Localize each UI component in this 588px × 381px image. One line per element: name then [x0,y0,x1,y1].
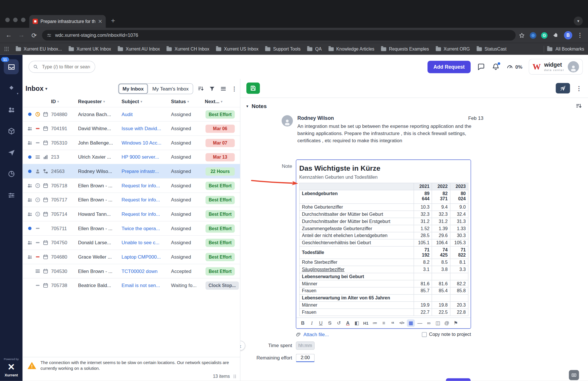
bookmark-folder[interactable]: StatusCast [473,45,510,53]
tab-my-inbox[interactable]: My Inbox [118,84,148,94]
table-row[interactable]: 704880Arizona Bach...AuditAssignedBest E… [22,107,240,121]
row-subject-link[interactable]: TCT00002 down [121,268,171,274]
table-row[interactable]: 704191David Whitne...Issue with David...… [22,121,240,136]
strikethrough-button[interactable]: S [326,319,334,327]
bookmark-folder[interactable]: Xurrent AU Inbox [114,45,163,53]
forward-button[interactable]: → [16,30,26,40]
row-subject-link[interactable]: HP 9000 server... [121,154,171,160]
notes-sort-icon[interactable] [576,103,582,109]
link-button[interactable]: ∞ [425,319,433,327]
row-subject-link[interactable]: Unable to see c... [121,240,171,246]
blockquote-button[interactable]: “ [389,319,396,327]
all-bookmarks[interactable]: All Bookmarks [544,46,584,53]
add-request-button[interactable]: Add Request [428,61,471,73]
bookmark-button[interactable]: ⚑ [452,319,460,327]
tab-close-icon[interactable]: ✕ [98,18,102,24]
horizontal-rule-button[interactable]: — [416,319,423,327]
note-author-avatar[interactable] [282,115,293,126]
site-settings-icon[interactable] [47,33,52,38]
chat-button[interactable] [477,63,486,71]
row-subject-link[interactable]: Request for info... [121,197,171,203]
underline-button[interactable]: U [317,319,325,327]
sort-icon[interactable] [198,86,204,92]
sidebar-item-analytics[interactable] [4,166,19,181]
highlight-button[interactable]: ◧ [353,319,361,327]
table-row[interactable]: 705718Ellen Brown - ...Request for info.… [22,178,240,193]
attach-file-link[interactable]: Attach file... [296,332,329,337]
bookmark-folder[interactable]: Xurrent US Inbox [213,45,262,53]
table-row[interactable]: 213Ulrich Xavier ...HP 9000 server...Ass… [22,150,240,164]
column-header[interactable]: ID▾ [51,99,78,105]
note-editor-body[interactable]: Das Wichtigste in Kürze Kennzahlen Gebur… [296,160,471,318]
reload-button[interactable]: ⟳ [29,30,39,40]
notes-section-header[interactable]: ▼ Notes [240,98,588,111]
bookmark-folder[interactable]: Xurrent CH Inbox [163,45,213,53]
detail-more-icon[interactable]: ⋮ [576,85,582,92]
time-spent-input[interactable]: hh:mm [296,341,315,350]
text-color-button[interactable]: A [344,319,352,327]
completion-gauge[interactable]: 0% [506,63,522,70]
ordered-list-button[interactable]: ≔ [371,319,379,327]
bookmark-folder[interactable]: Xurrent EU Inbox... [12,45,65,53]
browser-menu-icon[interactable]: ⋮ [577,32,583,39]
bookmark-star-icon[interactable] [519,32,525,39]
drag-handle-icon[interactable] [233,374,237,379]
row-subject-link[interactable]: Request for info... [121,183,171,188]
bold-button[interactable]: B [299,319,307,327]
inbox-title[interactable]: Inbox ▾ [26,85,47,93]
table-row[interactable]: 705714Howard Tann...Request for info...A… [22,207,240,221]
sidebar-item-inbox[interactable]: 11 [4,59,19,74]
apps-grid-icon[interactable] [4,46,9,52]
code-button[interactable]: </> [398,319,406,327]
image-button[interactable]: ◫ [434,319,442,327]
mention-button[interactable]: @ [443,319,451,327]
table-row[interactable]: 704530Ellen Brown - ...TCT00002 downAcce… [22,264,240,278]
table-row[interactable]: 704750Donald Larse...Unable to see c...A… [22,235,240,250]
account-brand-card[interactable]: W widget data center [529,59,583,75]
row-subject-link[interactable]: Windows 10 Acc... [121,140,171,146]
window-minimize-button[interactable] [13,18,18,22]
search-input[interactable] [41,64,91,70]
bookmark-folder[interactable]: Knowledge Articles [325,45,378,53]
send-disabled-button[interactable] [556,83,570,94]
tab-my-teams-inbox[interactable]: My Team's Inbox [148,84,193,94]
save-button[interactable] [246,82,260,94]
window-zoom-button[interactable] [21,18,26,22]
heading-button[interactable]: H1 [362,319,370,327]
extension-icon-blue[interactable] [530,32,536,39]
column-header[interactable]: Subject▾ [121,99,171,105]
back-button[interactable]: ← [4,30,13,40]
extension-icon-grammar[interactable]: G [541,32,548,39]
bookmark-folder[interactable]: Support Tools [262,45,304,53]
browser-profile-avatar[interactable]: B [564,31,572,39]
row-subject-link[interactable]: Email is not sen... [121,283,171,288]
bookmark-folder[interactable]: Requests Examples [378,45,432,53]
row-subject-link[interactable]: Prepare infrastr... [121,168,171,174]
column-header[interactable]: Status▾ [171,99,205,105]
tab-search-button[interactable]: ▾ [574,16,583,25]
global-search[interactable] [28,61,95,73]
copy-note-checkbox[interactable] [422,332,427,337]
bookmark-folder[interactable]: QA [304,45,325,53]
bullet-list-button[interactable]: ≡ [380,319,388,327]
table-row[interactable]: 705711Ellen Brown - ...Twice the opera..… [22,221,240,235]
extensions-puzzle-icon[interactable] [552,32,559,39]
inbox-more-icon[interactable]: ⋮ [231,85,237,92]
browser-tab[interactable]: Prepare infrastructure for the ✕ [29,15,106,28]
window-controls[interactable] [5,18,26,22]
table-row[interactable]: 24563Rodney Wilso...Prepare infrastr...A… [22,164,240,178]
clear-formatting-button[interactable]: ↺ [335,319,343,327]
row-subject-link[interactable]: Twice the opera... [121,226,171,231]
partial-primary-button[interactable] [446,378,471,381]
sidebar-item-workflows[interactable] [4,145,19,160]
note-author[interactable]: Rodney Wilson [297,115,334,121]
new-tab-button[interactable]: + [111,16,115,25]
notifications-button[interactable] [492,63,500,71]
table-row[interactable]: 705310John Ballenge...Windows 10 Acc...A… [22,136,240,150]
sidebar-item-people[interactable] [4,102,19,117]
table-row[interactable]: 705738Beatrice Bald...Email is not sen..… [22,278,240,293]
row-subject-link[interactable]: Request for info... [121,211,171,217]
sidebar-item-services[interactable] [4,124,19,138]
list-view-icon[interactable] [220,86,227,92]
bookmark-folder[interactable]: Xurrent UK Inbox [65,45,114,53]
